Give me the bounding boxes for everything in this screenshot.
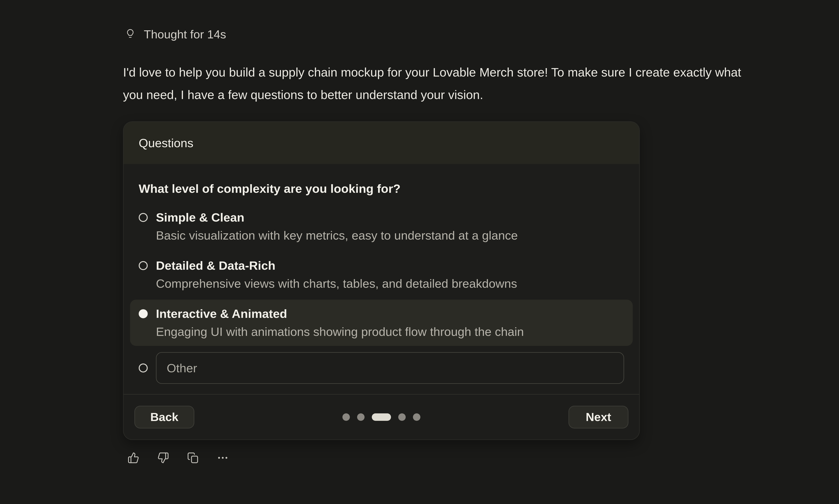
option-simple-clean[interactable]: Simple & Clean Basic visualization with …	[130, 203, 633, 250]
card-header: Questions	[124, 122, 639, 164]
next-button[interactable]: Next	[569, 406, 628, 429]
more-options-button[interactable]	[217, 450, 229, 465]
options-list: Simple & Clean Basic visualization with …	[130, 203, 633, 390]
radio-selected-icon[interactable]	[139, 309, 148, 318]
option-label: Detailed & Data-Rich	[156, 257, 517, 275]
option-detailed-data-rich[interactable]: Detailed & Data-Rich Comprehensive views…	[130, 252, 633, 298]
option-description: Engaging UI with animations showing prod…	[156, 323, 524, 341]
progress-dot-active	[372, 413, 391, 421]
copy-button[interactable]	[187, 450, 199, 465]
question-text: What level of complexity are you looking…	[139, 182, 624, 196]
copy-icon	[187, 452, 199, 464]
questions-card: Questions What level of complexity are y…	[123, 121, 640, 440]
progress-dot	[398, 413, 406, 421]
back-button[interactable]: Back	[134, 406, 194, 429]
thought-label: Thought for 14s	[144, 28, 226, 41]
assistant-message: I'd love to help you build a supply chai…	[123, 61, 746, 106]
card-footer: Back Next	[124, 394, 639, 439]
option-label: Interactive & Animated	[156, 305, 524, 323]
card-title: Questions	[139, 136, 193, 150]
progress-dot	[357, 413, 365, 421]
other-input[interactable]	[156, 352, 624, 384]
radio-unselected-icon[interactable]	[139, 261, 148, 270]
option-other[interactable]	[130, 348, 633, 388]
thought-summary[interactable]: Thought for 14s	[125, 27, 226, 41]
thumbs-down-button[interactable]	[157, 450, 169, 465]
option-description: Comprehensive views with charts, tables,…	[156, 275, 517, 293]
lightbulb-icon	[125, 27, 136, 41]
thumbs-down-icon	[157, 452, 169, 464]
progress-dot	[343, 413, 350, 421]
radio-unselected-icon[interactable]	[139, 213, 148, 222]
progress-dots	[343, 413, 420, 421]
radio-other-icon[interactable]	[139, 363, 148, 373]
progress-dot	[413, 413, 420, 421]
thumbs-up-icon	[127, 452, 139, 464]
card-body: What level of complexity are you looking…	[124, 164, 639, 394]
option-description: Basic visualization with key metrics, ea…	[156, 227, 518, 245]
thumbs-up-button[interactable]	[127, 450, 139, 465]
option-interactive-animated[interactable]: Interactive & Animated Engaging UI with …	[130, 300, 633, 346]
option-label: Simple & Clean	[156, 209, 518, 227]
message-actions	[127, 450, 229, 465]
more-options-icon	[217, 452, 229, 464]
